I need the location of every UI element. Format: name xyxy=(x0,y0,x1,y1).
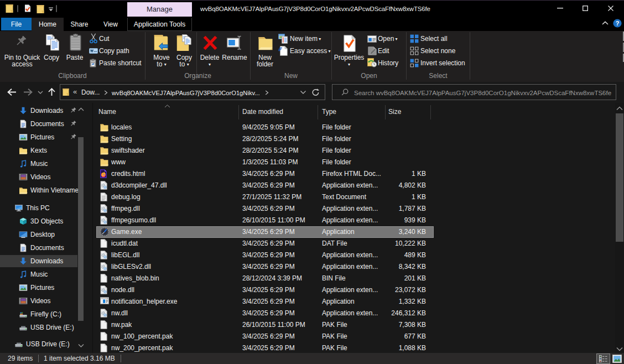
svg-text:?: ? xyxy=(616,20,620,27)
